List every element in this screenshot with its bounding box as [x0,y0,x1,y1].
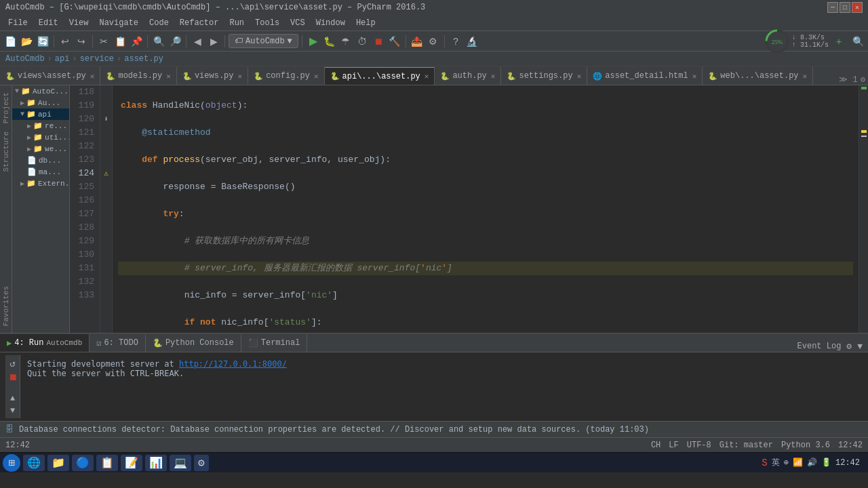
breadcrumb-assetpy[interactable]: asset.py [124,54,163,64]
replace-button[interactable]: 🔎 [167,34,182,49]
tab-close[interactable]: ✕ [491,72,496,81]
taskbar-folder[interactable]: 📁 [47,455,69,471]
run-button[interactable]: ▶ [306,34,321,49]
tab-auth[interactable]: 🐍 auth.py ✕ [435,67,501,85]
tab-close[interactable]: ✕ [803,72,808,81]
menu-tools[interactable]: Tools [250,17,285,29]
breadcrumb-autocmdb[interactable]: AutoCmdb [5,54,45,64]
forward-button[interactable]: ▶ [206,34,221,49]
code-content[interactable]: 118 119 120 121 122 123 124 125 126 127 … [70,85,868,333]
tab-settings[interactable]: 🐍 settings.py ✕ [501,67,587,85]
find-action-button[interactable]: 🔬 [465,34,479,49]
tree-ma[interactable]: 📄 ma... [12,166,69,178]
tab-config[interactable]: 🐍 config.py ✕ [248,67,324,85]
new-file-button[interactable]: 📄 [3,34,18,49]
close-button[interactable]: ✕ [852,2,863,13]
help-button[interactable]: ? [448,34,463,49]
search-everywhere-button[interactable]: 🔍 [850,34,865,49]
paste-button[interactable]: 📌 [129,34,144,49]
start-button[interactable]: ⊞ [3,454,20,472]
tab-settings-icon[interactable]: ⚙ [861,75,865,85]
tab-close[interactable]: ✕ [577,72,582,81]
run-tab[interactable]: ▶ 4: Run AutoCmdb [0,334,90,352]
run-restart[interactable]: ↺ [9,358,15,369]
menu-code[interactable]: Code [144,17,174,29]
profile-button[interactable]: ⏱ [355,34,370,49]
sync-button[interactable]: 🔄 [35,34,50,49]
menu-view[interactable]: View [64,17,94,29]
coverage-button[interactable]: ☂ [338,34,353,49]
vcs-button[interactable]: 📤 [410,34,425,49]
taskbar-app2[interactable]: 💻 [170,455,191,471]
taskbar-chrome[interactable]: 🔵 [72,455,94,471]
tab-close[interactable]: ✕ [238,72,243,81]
menu-window[interactable]: Window [311,17,351,29]
debug-button[interactable]: 🐛 [322,34,337,49]
stop-button[interactable]: ⏹ [371,34,386,49]
tree-db[interactable]: 📄 db... [12,155,69,166]
taskbar-app3[interactable]: ⚙ [194,455,209,471]
minimize-button[interactable]: ─ [827,2,838,13]
tab-asset-detail[interactable]: 🌐 asset_detail.html ✕ [587,67,703,85]
tree-autocmdb[interactable]: ▼ 📁 AutoC... [12,85,69,97]
tab-overflow[interactable]: ≫ 1 [839,75,857,85]
back-button[interactable]: ◀ [190,34,205,49]
open-button[interactable]: 📂 [19,34,34,49]
search-button[interactable]: 🔍 [151,34,166,49]
run-stop[interactable]: ⏹ [8,372,18,383]
tab-close[interactable]: ✕ [90,72,95,81]
project-panel-icon[interactable]: Project [1,88,12,127]
tree-api[interactable]: ▼ 📁 api [12,108,69,120]
tree-uti[interactable]: ▶ 📁 uti... [12,131,69,143]
copy-button[interactable]: 📋 [113,34,127,49]
maximize-button[interactable]: □ [840,2,850,13]
menu-navigate[interactable]: Navigate [94,17,144,29]
tab-views[interactable]: 🐍 views.py ✕ [177,67,248,85]
hide-panel[interactable]: ▼ [857,342,863,352]
tab-views-asset[interactable]: 🐍 views\asset.py ✕ [0,67,100,85]
todo-tab[interactable]: ☑ 6: TODO [90,334,146,352]
build-button[interactable]: 🔨 [387,34,402,49]
taskbar-files[interactable]: 📋 [96,455,118,471]
event-log-label[interactable]: Event Log [797,342,842,351]
tree-extern[interactable]: ▶ 📁 Extern... [12,178,69,189]
breadcrumb-api[interactable]: api [55,54,70,64]
breadcrumb-service[interactable]: service [80,54,114,64]
terminal-tab[interactable]: ⬛ Terminal [241,334,308,352]
settings-button[interactable]: ⚙ [426,34,441,49]
tab-close[interactable]: ✕ [692,72,697,81]
undo-button[interactable]: ↩ [58,34,73,49]
settings-gear[interactable]: ⚙ [846,341,852,352]
menu-refactor[interactable]: Refactor [174,17,224,29]
menu-help[interactable]: Help [351,17,381,29]
redo-button[interactable]: ↪ [74,34,89,49]
tab-close[interactable]: ✕ [166,72,171,81]
python-console-tab[interactable]: 🐍 Python Console [146,334,241,352]
tree-re[interactable]: ▶ 📁 re... [12,120,69,131]
code-lines[interactable]: class HandleNic(object): @staticmethod d… [113,85,859,333]
menu-vcs[interactable]: VCS [285,17,311,29]
gutter: ⬇ ⚠ [100,85,113,333]
tab-close[interactable]: ✕ [314,72,319,81]
tree-au[interactable]: ▶ 📁 Au... [12,97,69,108]
scroll-up[interactable]: ▲ [10,394,15,403]
network-addon-button[interactable]: + [831,34,846,49]
favorites-panel-icon[interactable]: Favorites [1,282,12,330]
structure-panel-icon[interactable]: Structure [1,127,12,176]
cut-button[interactable]: ✂ [96,34,111,49]
scroll-down[interactable]: ▼ [10,406,15,415]
tab-models[interactable]: 🐍 models.py ✕ [100,67,176,85]
output-link[interactable]: http://127.0.0.1:8000/ [179,359,287,369]
menu-edit[interactable]: Edit [33,17,64,29]
tab-api-asset[interactable]: 🐍 api\...\asset.py ✕ [325,67,435,85]
tree-we[interactable]: ▶ 📁 we... [12,143,69,155]
tab-close[interactable]: ✕ [425,72,429,81]
tab-web-asset[interactable]: 🐍 web\...\asset.py ✕ [703,67,813,85]
taskbar-app1[interactable]: 📊 [145,455,167,471]
taskbar-word[interactable]: 📝 [121,455,142,471]
menu-run[interactable]: Run [224,17,250,29]
taskbar-ie[interactable]: 🌐 [23,455,45,471]
menu-file[interactable]: File [3,17,33,29]
line-num-121: 121 [70,126,94,140]
autocmdb-dropdown[interactable]: 🏷 AutoCmdb ▼ [229,34,298,48]
